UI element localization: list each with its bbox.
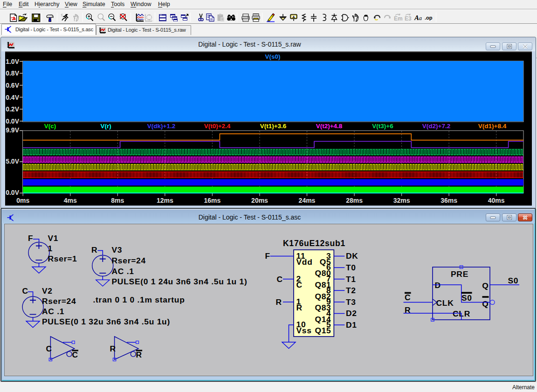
- svg-text:R: R: [91, 245, 97, 254]
- svg-text:T2: T2: [346, 286, 356, 295]
- svg-text:PULSE(0 1 24u 3n6 3n4 .5u 1u 1: PULSE(0 1 24u 3n6 3n4 .5u 1u 1): [112, 277, 248, 286]
- svg-text:Q: Q: [482, 299, 489, 309]
- svg-text:C: C: [405, 293, 411, 302]
- svg-text:V(d2)+7.2: V(d2)+7.2: [422, 123, 450, 130]
- svg-text:32ms: 32ms: [393, 197, 410, 204]
- svg-text:0.6V: 0.6V: [6, 82, 19, 89]
- svg-text:24ms: 24ms: [299, 197, 316, 204]
- svg-text:R: R: [110, 344, 116, 353]
- svg-text:C: C: [22, 286, 28, 296]
- svg-text:E3: E3: [405, 15, 412, 22]
- svg-text:K176uE12sub1: K176uE12sub1: [283, 239, 345, 248]
- svg-text:28ms: 28ms: [346, 197, 363, 204]
- svg-text:DK: DK: [346, 251, 358, 261]
- svg-text:4ms: 4ms: [64, 197, 77, 204]
- svg-text:8ms: 8ms: [111, 197, 124, 204]
- svg-text:Q: Q: [482, 281, 489, 290]
- svg-text:R: R: [276, 297, 282, 307]
- svg-text:a: a: [419, 15, 422, 21]
- svg-text:T3: T3: [346, 297, 356, 307]
- svg-text:12ms: 12ms: [157, 197, 173, 204]
- svg-text:T0: T0: [346, 263, 356, 272]
- svg-text:C: C: [296, 280, 303, 289]
- svg-text:V(t0)+2.4: V(t0)+2.4: [204, 123, 231, 130]
- svg-text:S0: S0: [508, 276, 519, 285]
- svg-text:0.2V: 0.2V: [6, 105, 19, 113]
- svg-text:V3: V3: [112, 245, 123, 254]
- svg-text:Rser=24: Rser=24: [42, 296, 76, 306]
- svg-text:CLK: CLK: [436, 298, 454, 308]
- svg-text:AC .1: AC .1: [42, 307, 64, 316]
- svg-text:F: F: [265, 251, 270, 261]
- svg-text:R: R: [296, 303, 303, 312]
- svg-text:V(t1)+3.6: V(t1)+3.6: [260, 123, 287, 130]
- svg-text:R: R: [136, 350, 142, 359]
- svg-text:V1: V1: [48, 234, 59, 243]
- svg-text:T1: T1: [346, 275, 356, 284]
- svg-text:V2: V2: [42, 286, 53, 296]
- svg-text:D2: D2: [346, 309, 357, 318]
- svg-text:S0: S0: [461, 293, 472, 303]
- svg-text:Vss: Vss: [296, 326, 312, 335]
- svg-text:0.0V: 0.0V: [6, 117, 19, 125]
- svg-text:40ms: 40ms: [488, 197, 505, 204]
- svg-text:PRE: PRE: [451, 269, 468, 279]
- svg-text:9.9V: 9.9V: [6, 126, 19, 134]
- svg-text:PULSE(0 1 32u 3n6 3n4 .5u 1u): PULSE(0 1 32u 3n6 3n4 .5u 1u): [42, 317, 170, 326]
- svg-text:V(s0): V(s0): [265, 53, 280, 60]
- svg-text:1.0V: 1.0V: [6, 58, 19, 65]
- svg-text:36ms: 36ms: [441, 197, 457, 204]
- svg-text:V(c): V(c): [44, 123, 56, 130]
- svg-text:0ms: 0ms: [16, 197, 29, 204]
- svg-text:C: C: [72, 350, 78, 359]
- svg-text:Q15: Q15: [315, 326, 331, 335]
- svg-text:D1: D1: [346, 320, 357, 330]
- svg-text:Rser=24: Rser=24: [112, 256, 146, 265]
- svg-text:V(t3)+6: V(t3)+6: [372, 123, 393, 130]
- svg-text:5.0V: 5.0V: [6, 158, 19, 165]
- svg-text:Vdd: Vdd: [296, 257, 313, 267]
- svg-text:AC .1: AC .1: [112, 267, 134, 276]
- svg-text:0.8V: 0.8V: [6, 69, 19, 77]
- svg-text:C: C: [46, 344, 52, 353]
- svg-text:.op: .op: [425, 15, 433, 21]
- svg-text:V(r): V(r): [100, 123, 111, 130]
- svg-text:0.4V: 0.4V: [6, 94, 19, 101]
- svg-text:C: C: [277, 275, 283, 284]
- svg-text:V(d1)+8.4: V(d1)+8.4: [478, 123, 507, 130]
- svg-text:V(t2)+4.8: V(t2)+4.8: [316, 123, 343, 130]
- svg-text:0.0V: 0.0V: [6, 189, 19, 196]
- svg-text:20ms: 20ms: [251, 197, 268, 204]
- svg-text:A: A: [292, 15, 295, 19]
- svg-text:Em: Em: [394, 15, 403, 22]
- svg-text:16ms: 16ms: [204, 197, 220, 204]
- svg-text:Rser=1: Rser=1: [48, 254, 77, 263]
- svg-text:F: F: [28, 234, 33, 243]
- svg-text:A: A: [414, 14, 419, 21]
- svg-text:1: 1: [48, 244, 53, 253]
- svg-text:.tran 0 1 0 .1m startup: .tran 0 1 0 .1m startup: [93, 295, 185, 304]
- svg-text:V(dk)+1.2: V(dk)+1.2: [147, 123, 175, 130]
